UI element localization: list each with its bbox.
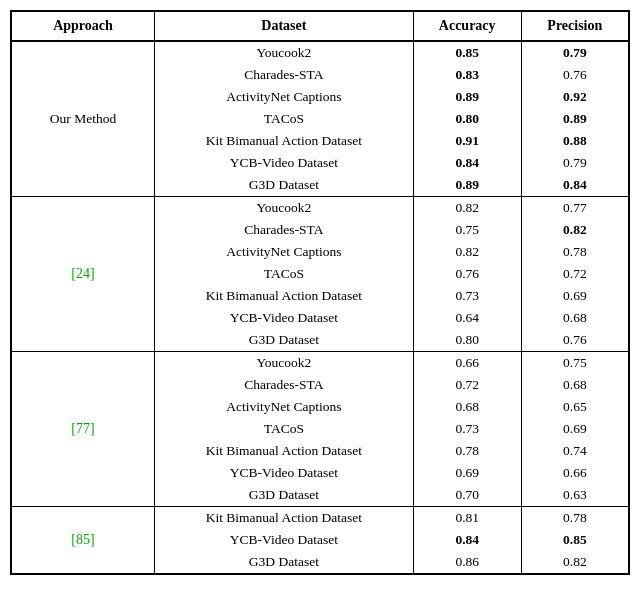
precision-value: 0.76 (521, 64, 629, 86)
accuracy-value: 0.83 (413, 64, 521, 86)
header-accuracy: Accuracy (413, 11, 521, 41)
precision-value: 0.77 (521, 197, 629, 220)
header-approach: Approach (11, 11, 154, 41)
precision-value: 0.85 (521, 529, 629, 551)
dataset-cell: YCB-Video Dataset (154, 462, 413, 484)
dataset-cell: ActivityNet Captions (154, 241, 413, 263)
precision-value: 0.84 (521, 174, 629, 197)
dataset-cell: YCB-Video Dataset (154, 152, 413, 174)
precision-value: 0.79 (521, 41, 629, 64)
precision-value: 0.89 (521, 108, 629, 130)
accuracy-value: 0.84 (413, 529, 521, 551)
accuracy-value: 0.73 (413, 285, 521, 307)
accuracy-value: 0.89 (413, 174, 521, 197)
dataset-cell: G3D Dataset (154, 329, 413, 352)
approach-cell: [85] (11, 507, 154, 575)
precision-value: 0.82 (521, 219, 629, 241)
dataset-cell: G3D Dataset (154, 551, 413, 574)
dataset-cell: G3D Dataset (154, 174, 413, 197)
dataset-cell: YCB-Video Dataset (154, 529, 413, 551)
precision-value: 0.92 (521, 86, 629, 108)
accuracy-value: 0.75 (413, 219, 521, 241)
precision-value: 0.69 (521, 285, 629, 307)
dataset-cell: ActivityNet Captions (154, 86, 413, 108)
accuracy-value: 0.69 (413, 462, 521, 484)
results-table: Approach Dataset Accuracy Precision Our … (10, 10, 630, 575)
precision-value: 0.66 (521, 462, 629, 484)
dataset-cell: Youcook2 (154, 41, 413, 64)
dataset-cell: Kit Bimanual Action Dataset (154, 130, 413, 152)
dataset-cell: Charades-STA (154, 374, 413, 396)
accuracy-value: 0.89 (413, 86, 521, 108)
accuracy-value: 0.64 (413, 307, 521, 329)
precision-value: 0.69 (521, 418, 629, 440)
accuracy-value: 0.66 (413, 352, 521, 375)
precision-value: 0.88 (521, 130, 629, 152)
dataset-cell: TACoS (154, 263, 413, 285)
header-precision: Precision (521, 11, 629, 41)
accuracy-value: 0.78 (413, 440, 521, 462)
table-row: [24]Youcook20.820.77 (11, 197, 629, 220)
approach-cell: Our Method (11, 41, 154, 197)
accuracy-value: 0.81 (413, 507, 521, 530)
precision-value: 0.79 (521, 152, 629, 174)
dataset-cell: G3D Dataset (154, 484, 413, 507)
precision-value: 0.82 (521, 551, 629, 574)
precision-value: 0.74 (521, 440, 629, 462)
accuracy-value: 0.86 (413, 551, 521, 574)
precision-value: 0.63 (521, 484, 629, 507)
header-dataset: Dataset (154, 11, 413, 41)
accuracy-value: 0.80 (413, 108, 521, 130)
precision-value: 0.72 (521, 263, 629, 285)
accuracy-value: 0.73 (413, 418, 521, 440)
table-row: [85]Kit Bimanual Action Dataset0.810.78 (11, 507, 629, 530)
accuracy-value: 0.91 (413, 130, 521, 152)
accuracy-value: 0.76 (413, 263, 521, 285)
accuracy-value: 0.80 (413, 329, 521, 352)
approach-cell: [24] (11, 197, 154, 352)
precision-value: 0.76 (521, 329, 629, 352)
precision-value: 0.78 (521, 241, 629, 263)
accuracy-value: 0.70 (413, 484, 521, 507)
precision-value: 0.75 (521, 352, 629, 375)
precision-value: 0.65 (521, 396, 629, 418)
dataset-cell: Charades-STA (154, 219, 413, 241)
dataset-cell: Kit Bimanual Action Dataset (154, 285, 413, 307)
dataset-cell: Kit Bimanual Action Dataset (154, 507, 413, 530)
precision-value: 0.68 (521, 374, 629, 396)
accuracy-value: 0.82 (413, 241, 521, 263)
reference-label: [85] (71, 532, 94, 547)
dataset-cell: ActivityNet Captions (154, 396, 413, 418)
dataset-cell: Youcook2 (154, 352, 413, 375)
precision-value: 0.78 (521, 507, 629, 530)
header-row: Approach Dataset Accuracy Precision (11, 11, 629, 41)
reference-label: [77] (71, 421, 94, 436)
table-wrapper: Approach Dataset Accuracy Precision Our … (10, 10, 630, 575)
dataset-cell: TACoS (154, 418, 413, 440)
accuracy-value: 0.72 (413, 374, 521, 396)
precision-value: 0.68 (521, 307, 629, 329)
dataset-cell: TACoS (154, 108, 413, 130)
dataset-cell: Kit Bimanual Action Dataset (154, 440, 413, 462)
table-row: Our MethodYoucook20.850.79 (11, 41, 629, 64)
accuracy-value: 0.85 (413, 41, 521, 64)
approach-cell: [77] (11, 352, 154, 507)
reference-label: [24] (71, 266, 94, 281)
accuracy-value: 0.82 (413, 197, 521, 220)
dataset-cell: YCB-Video Dataset (154, 307, 413, 329)
table-row: [77]Youcook20.660.75 (11, 352, 629, 375)
accuracy-value: 0.68 (413, 396, 521, 418)
accuracy-value: 0.84 (413, 152, 521, 174)
dataset-cell: Youcook2 (154, 197, 413, 220)
dataset-cell: Charades-STA (154, 64, 413, 86)
